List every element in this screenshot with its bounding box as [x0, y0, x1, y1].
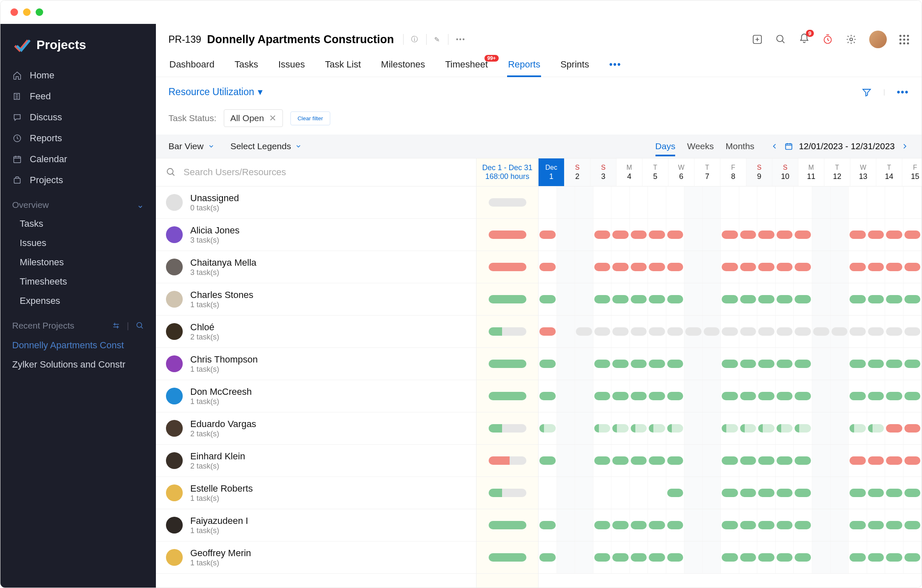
calendar-cell[interactable] [849, 541, 867, 573]
calendar-cell[interactable] [849, 380, 867, 412]
calendar-cell[interactable] [703, 380, 721, 412]
calendar-cell[interactable] [539, 477, 557, 509]
calendar-cell[interactable] [593, 187, 612, 218]
window-zoom-button[interactable] [36, 8, 43, 16]
resource-row[interactable]: Don McCreesh 1 task(s) [156, 380, 476, 412]
calendar-cell[interactable] [575, 316, 593, 347]
calendar-cell[interactable] [739, 541, 758, 573]
scale-months[interactable]: Months [725, 141, 754, 151]
calendar-cell[interactable] [757, 541, 776, 573]
calendar-cell[interactable] [684, 283, 703, 315]
calendar-cell[interactable] [904, 187, 922, 218]
calendar-cell[interactable] [575, 541, 593, 573]
calendar-cell[interactable] [831, 348, 849, 380]
calendar-cell[interactable] [721, 477, 739, 509]
calendar-cell[interactable] [630, 412, 648, 444]
resource-row[interactable]: Chris Thompson 1 task(s) [156, 348, 476, 380]
calendar-icon[interactable] [785, 142, 793, 150]
calendar-cell[interactable] [794, 509, 812, 541]
calendar-cell[interactable] [666, 219, 685, 251]
calendar-cell[interactable] [849, 477, 867, 509]
window-minimize-button[interactable] [23, 8, 31, 16]
calendar-cell[interactable] [611, 219, 630, 251]
plus-icon[interactable] [752, 34, 763, 45]
calendar-cell[interactable] [812, 509, 831, 541]
calendar-cell[interactable] [557, 219, 575, 251]
tab-timesheet[interactable]: Timesheet99+ [444, 54, 489, 77]
calendar-cell[interactable] [575, 509, 593, 541]
calendar-cell[interactable] [557, 412, 575, 444]
tab-issues[interactable]: Issues [277, 54, 306, 77]
calendar-cell[interactable] [630, 187, 648, 218]
calendar-cell[interactable] [557, 541, 575, 573]
calendar-cell[interactable] [739, 509, 758, 541]
calendar-cell[interactable] [575, 477, 593, 509]
resource-row[interactable]: Estelle Roberts 1 task(s) [156, 477, 476, 509]
calendar-cell[interactable] [794, 412, 812, 444]
calendar-cell[interactable] [849, 412, 867, 444]
calendar-cell[interactable] [739, 477, 758, 509]
gear-icon[interactable] [846, 34, 857, 45]
resource-row[interactable]: Einhard Klein 2 task(s) [156, 445, 476, 477]
notifications-button[interactable]: 9 [799, 33, 810, 46]
calendar-cell[interactable] [849, 283, 867, 315]
timer-icon[interactable] [822, 34, 833, 45]
calendar-cell[interactable] [757, 251, 776, 283]
calendar-cell[interactable] [776, 445, 794, 477]
tab-reports[interactable]: Reports [507, 54, 541, 77]
date-range[interactable]: 12/01/2023 - 12/31/2023 [799, 141, 895, 151]
tab-sprints[interactable]: Sprints [559, 54, 590, 77]
calendar-cell[interactable] [831, 445, 849, 477]
nav-item-calendar[interactable]: Calendar [0, 149, 156, 170]
calendar-cell[interactable] [557, 316, 575, 347]
calendar-cell[interactable] [539, 219, 557, 251]
calendar-cell[interactable] [776, 412, 794, 444]
calendar-cell[interactable] [593, 541, 612, 573]
resource-row[interactable]: Chaitanya Mella 3 task(s) [156, 251, 476, 283]
calendar-cell[interactable] [666, 251, 685, 283]
calendar-cell[interactable] [904, 541, 922, 573]
calendar-cell[interactable] [539, 348, 557, 380]
calendar-cell[interactable] [794, 219, 812, 251]
calendar-cell[interactable] [557, 380, 575, 412]
search-icon[interactable] [775, 34, 786, 45]
calendar-cell[interactable] [867, 477, 886, 509]
calendar-cell[interactable] [904, 412, 922, 444]
calendar-cell[interactable] [611, 445, 630, 477]
calendar-cell[interactable] [648, 219, 666, 251]
calendar-cell[interactable] [557, 477, 575, 509]
calendar-cell[interactable] [575, 445, 593, 477]
calendar-cell[interactable] [885, 541, 904, 573]
calendar-cell[interactable] [611, 541, 630, 573]
calendar-cell[interactable] [648, 251, 666, 283]
calendar-cell[interactable] [666, 541, 685, 573]
view-dropdown[interactable]: Bar View [168, 141, 215, 151]
calendar-cell[interactable] [812, 477, 831, 509]
calendar-cell[interactable] [539, 251, 557, 283]
calendar-cell[interactable] [648, 445, 666, 477]
calendar-cell[interactable] [885, 509, 904, 541]
calendar-cell[interactable] [904, 219, 922, 251]
filter-chip[interactable]: All Open ✕ [224, 109, 283, 127]
calendar-cell[interactable] [904, 477, 922, 509]
calendar-cell[interactable] [885, 219, 904, 251]
calendar-cell[interactable] [794, 541, 812, 573]
calendar-cell[interactable] [831, 187, 849, 218]
window-close-button[interactable] [10, 8, 18, 16]
calendar-cell[interactable] [630, 380, 648, 412]
calendar-cell[interactable] [904, 348, 922, 380]
calendar-cell[interactable] [757, 509, 776, 541]
nav-item-discuss[interactable]: Discuss [0, 107, 156, 128]
calendar-cell[interactable] [904, 380, 922, 412]
calendar-cell[interactable] [593, 380, 612, 412]
calendar-cell[interactable] [703, 251, 721, 283]
calendar-cell[interactable] [757, 219, 776, 251]
more-tabs-icon[interactable]: ••• [609, 54, 622, 77]
resource-row[interactable]: Chloé 2 task(s) [156, 316, 476, 348]
calendar-cell[interactable] [867, 187, 886, 218]
calendar-cell[interactable] [648, 380, 666, 412]
calendar-cell[interactable] [849, 187, 867, 218]
calendar-cell[interactable] [539, 316, 557, 347]
resource-row[interactable]: Alicia Jones 3 task(s) [156, 219, 476, 251]
calendar-cell[interactable] [739, 219, 758, 251]
